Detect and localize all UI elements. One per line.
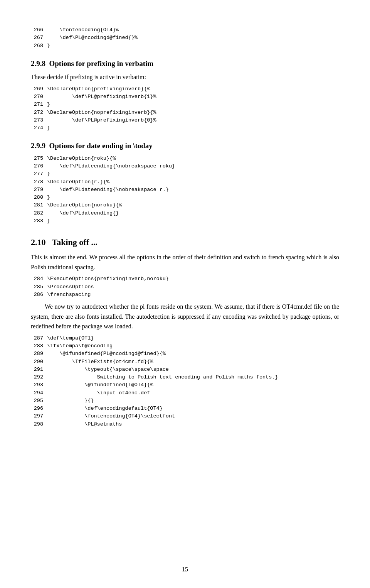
line-code-283: }	[47, 217, 50, 225]
line-285: 285 \ProcessOptions	[31, 283, 339, 291]
line-num-297: 297	[31, 412, 47, 420]
line-num-273: 273	[31, 117, 47, 124]
line-297: 297 \fontencoding{OT4}\selectfont	[31, 412, 339, 420]
line-281: 281 \DeclareOption{noroku}{%	[31, 201, 339, 209]
line-num-281: 281	[31, 201, 47, 209]
line-277: 277 }	[31, 170, 339, 178]
line-272: 272 \DeclareOption{noprefixinginverb}{%	[31, 109, 339, 117]
line-274: 274 }	[31, 124, 339, 132]
line-code-268: }	[47, 42, 50, 50]
line-num-290: 290	[31, 358, 47, 366]
line-code-273: \def\PL@prefixinginverb{0}%	[47, 117, 156, 124]
line-code-287: \def\tempa{OT1}	[47, 335, 94, 342]
line-273: 273 \def\PL@prefixinginverb{0}%	[31, 117, 339, 124]
line-num-275: 275	[31, 155, 47, 162]
line-code-291: \typeout{\space\space\space	[47, 366, 169, 373]
line-code-293: \@ifundefined{T@OT4}{%	[47, 381, 153, 389]
line-283: 283 }	[31, 217, 339, 225]
line-276: 276 \def\PLdateending{\nobreakspace roku…	[31, 162, 339, 170]
line-code-276: \def\PLdateending{\nobreakspace roku}	[47, 162, 175, 170]
code-block-266-268: 266 \fontencoding{OT4}% 267 \def\PL@ncod…	[31, 26, 339, 50]
line-num-296: 296	[31, 405, 47, 412]
line-num-271: 271	[31, 101, 47, 108]
line-271: 271 }	[31, 101, 339, 108]
line-code-292: Switching to Polish text encoding and Po…	[47, 373, 278, 381]
section-299-heading: 2.9.9 Options for date ending in \today	[31, 140, 339, 152]
line-279: 279 \def\PLdateending{\nobreakspace r.}	[31, 186, 339, 194]
line-284: 284 \ExecuteOptions{prefixinginverb,noro…	[31, 275, 339, 283]
line-291: 291 \typeout{\space\space\space	[31, 366, 339, 373]
line-num-272: 272	[31, 109, 47, 117]
line-code-271: }	[47, 101, 50, 108]
line-code-294: \input ot4enc.def	[47, 389, 150, 397]
line-290: 290 \IfFileExists{ot4cmr.fd}{%	[31, 358, 339, 366]
line-code-272: \DeclareOption{noprefixinginverb}{%	[47, 109, 156, 117]
line-num-269: 269	[31, 85, 47, 93]
line-code-298: \PL@setmaths	[47, 421, 122, 428]
line-num-277: 277	[31, 170, 47, 178]
line-266: 266 \fontencoding{OT4}%	[31, 26, 339, 34]
line-num-287: 287	[31, 335, 47, 342]
line-num-288: 288	[31, 342, 47, 350]
line-num-298: 298	[31, 421, 47, 428]
line-code-285: \ProcessOptions	[47, 283, 94, 291]
line-296: 296 \def\encodingdefault{OT4}	[31, 405, 339, 412]
line-num-278: 278	[31, 178, 47, 186]
line-298: 298 \PL@setmaths	[31, 421, 339, 428]
line-code-280: }	[47, 194, 50, 201]
line-278: 278 \DeclareOption{r.}{%	[31, 178, 339, 186]
code-block-275-283: 275 \DeclareOption{roku}{% 276 \def\PLda…	[31, 155, 339, 225]
line-num-286: 286	[31, 291, 47, 299]
line-282: 282 \def\PLdateending{}	[31, 210, 339, 217]
line-num-295: 295	[31, 397, 47, 405]
section-298-heading: 2.9.8 Options for prefixing in verbatim	[31, 58, 339, 69]
line-code-295: }{}	[47, 397, 94, 405]
line-code-296: \def\encodingdefault{OT4}	[47, 405, 163, 412]
line-code-281: \DeclareOption{noroku}{%	[47, 201, 122, 209]
line-267: 267 \def\PL@ncodingd@fined{}%	[31, 34, 339, 42]
line-num-293: 293	[31, 381, 47, 389]
line-295: 295 }{}	[31, 397, 339, 405]
page-number: 15	[182, 566, 188, 573]
line-275: 275 \DeclareOption{roku}{%	[31, 155, 339, 162]
line-num-268: 268	[31, 42, 47, 50]
code-block-269-274: 269 \DeclareOption{prefixinginverb}{% 27…	[31, 85, 339, 132]
line-289: 289 \@ifundefined{PL@ncodingd@fined}{%	[31, 350, 339, 358]
line-num-292: 292	[31, 373, 47, 381]
line-code-278: \DeclareOption{r.}{%	[47, 178, 109, 186]
code-block-284-286: 284 \ExecuteOptions{prefixinginverb,noro…	[31, 275, 339, 299]
line-num-289: 289	[31, 350, 47, 358]
line-code-288: \ifx\tempa\f@encoding	[47, 342, 113, 350]
line-294: 294 \input ot4enc.def	[31, 389, 339, 397]
line-num-280: 280	[31, 194, 47, 201]
line-num-266: 266	[31, 26, 47, 34]
line-code-267: \def\PL@ncodingd@fined{}%	[47, 34, 138, 42]
line-num-276: 276	[31, 162, 47, 170]
line-code-297: \fontencoding{OT4}\selectfont	[47, 412, 175, 420]
line-288: 288 \ifx\tempa\f@encoding	[31, 342, 339, 350]
line-292: 292 Switching to Polish text encoding an…	[31, 373, 339, 381]
line-num-282: 282	[31, 210, 47, 217]
line-code-274: }	[47, 124, 50, 132]
line-code-275: \DeclareOption{roku}{%	[47, 155, 116, 162]
page-footer: 15	[0, 565, 370, 574]
section-210-p1: This is almost the end. We process all t…	[31, 252, 339, 272]
line-num-284: 284	[31, 275, 47, 283]
line-code-269: \DeclareOption{prefixinginverb}{%	[47, 85, 150, 93]
line-num-274: 274	[31, 124, 47, 132]
line-num-285: 285	[31, 283, 47, 291]
section-210-p2: We now try to autodetect whether the pl …	[31, 302, 339, 331]
line-code-266: \fontencoding{OT4}%	[47, 26, 119, 34]
line-286: 286 \frenchspacing	[31, 291, 339, 299]
line-code-277: }	[47, 170, 50, 178]
section-210-heading: 2.10 Taking off ...	[31, 236, 339, 248]
line-code-289: \@ifundefined{PL@ncodingd@fined}{%	[47, 350, 166, 358]
line-num-294: 294	[31, 389, 47, 397]
line-269: 269 \DeclareOption{prefixinginverb}{%	[31, 85, 339, 93]
line-280: 280 }	[31, 194, 339, 201]
line-code-284: \ExecuteOptions{prefixinginverb,noroku}	[47, 275, 169, 283]
line-287: 287 \def\tempa{OT1}	[31, 335, 339, 342]
line-293: 293 \@ifundefined{T@OT4}{%	[31, 381, 339, 389]
line-268: 268 }	[31, 42, 339, 50]
line-code-279: \def\PLdateending{\nobreakspace r.}	[47, 186, 169, 194]
